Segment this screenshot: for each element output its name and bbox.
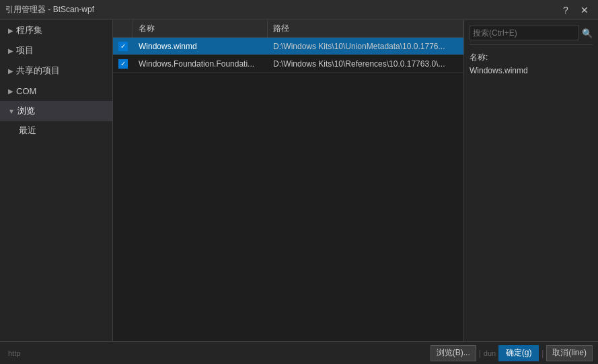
header-path: 路径 bbox=[268, 20, 463, 37]
close-button[interactable]: ✕ bbox=[576, 3, 593, 17]
sidebar-item-browse-label: 浏览 bbox=[17, 105, 35, 117]
checkbox-row2[interactable] bbox=[118, 59, 128, 69]
browse-button[interactable]: 浏览(B)... bbox=[431, 345, 476, 361]
title-bar-controls: ? ✕ bbox=[558, 3, 593, 17]
main-container: ▶ 程序集 ▶ 项目 ▶ 共享的项目 ▶ COM ▼ 浏览 最近 名称 路径 bbox=[0, 20, 598, 341]
bottom-bar: http 浏览(B)... | dun 确定(g) | 取消(line) bbox=[0, 341, 598, 364]
sidebar-item-recent[interactable]: 最近 bbox=[0, 121, 112, 140]
title-bar-text: 引用管理器 - BtScan-wpf bbox=[5, 4, 558, 15]
search-icon[interactable]: 🔍 bbox=[582, 28, 593, 38]
detail-name-value: Windows.winmd bbox=[470, 66, 593, 75]
table-row[interactable]: Windows.Foundation.Foundati... D:\Window… bbox=[113, 55, 463, 73]
name-value: Windows.winmd bbox=[470, 66, 528, 75]
row2-check[interactable] bbox=[113, 55, 133, 72]
sidebar-item-com[interactable]: ▶ COM bbox=[0, 81, 112, 101]
confirm-button[interactable]: 确定(g) bbox=[498, 345, 539, 361]
sidebar-item-project[interactable]: ▶ 项目 bbox=[0, 40, 112, 61]
sidebar-item-shared-label: 共享的项目 bbox=[16, 65, 60, 77]
shared-arrow: ▶ bbox=[8, 67, 13, 75]
search-input[interactable] bbox=[470, 26, 579, 40]
row2-path: D:\Windows Kits\10\References\10.0.17763… bbox=[268, 55, 463, 72]
separator1: | bbox=[479, 349, 481, 358]
sidebar-item-project-label: 项目 bbox=[16, 44, 34, 57]
com-arrow: ▶ bbox=[8, 87, 13, 95]
separator2: | bbox=[541, 349, 544, 358]
sidebar-item-assemblies[interactable]: ▶ 程序集 bbox=[0, 20, 112, 40]
search-row: 🔍 bbox=[470, 26, 593, 45]
header-name: 名称 bbox=[133, 20, 268, 37]
assemblies-arrow: ▶ bbox=[8, 27, 13, 34]
sidebar-item-browse[interactable]: ▼ 浏览 bbox=[0, 101, 112, 121]
sidebar-item-recent-label: 最近 bbox=[19, 124, 36, 137]
row1-name: Windows.winmd bbox=[133, 38, 268, 54]
content-area: 名称 路径 Windows.winmd D:\Windows Kits\10\U… bbox=[113, 20, 463, 341]
sidebar-item-assemblies-label: 程序集 bbox=[16, 24, 42, 36]
sidebar-item-shared[interactable]: ▶ 共享的项目 bbox=[0, 61, 112, 81]
browse-arrow: ▼ bbox=[8, 108, 15, 115]
detail-name-label: 名称: bbox=[470, 52, 593, 63]
status-text: http bbox=[8, 349, 20, 357]
sidebar: ▶ 程序集 ▶ 项目 ▶ 共享的项目 ▶ COM ▼ 浏览 最近 bbox=[0, 20, 113, 341]
checkbox-row1[interactable] bbox=[118, 42, 128, 51]
title-bar: 引用管理器 - BtScan-wpf ? ✕ bbox=[0, 0, 598, 20]
header-check bbox=[113, 20, 133, 37]
table-body: Windows.winmd D:\Windows Kits\10\UnionMe… bbox=[113, 38, 463, 341]
row1-check[interactable] bbox=[113, 38, 133, 54]
row2-name: Windows.Foundation.Foundati... bbox=[133, 55, 268, 72]
help-button[interactable]: ? bbox=[558, 3, 574, 17]
row1-path: D:\Windows Kits\10\UnionMetadata\10.0.17… bbox=[268, 38, 463, 54]
table-header: 名称 路径 bbox=[113, 20, 463, 38]
sidebar-item-com-label: COM bbox=[16, 86, 36, 96]
project-arrow: ▶ bbox=[8, 47, 13, 54]
dun-text: dun bbox=[484, 349, 496, 357]
cancel-button[interactable]: 取消(line) bbox=[546, 345, 593, 361]
table-row[interactable]: Windows.winmd D:\Windows Kits\10\UnionMe… bbox=[113, 38, 463, 55]
name-label: 名称: bbox=[470, 52, 488, 62]
right-panel: 🔍 名称: Windows.winmd bbox=[463, 20, 598, 341]
